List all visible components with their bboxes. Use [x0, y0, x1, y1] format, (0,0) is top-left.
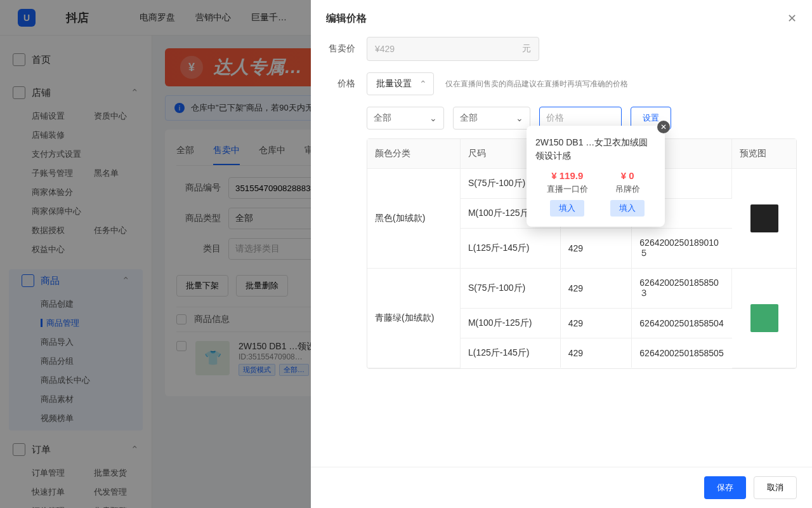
- close-icon[interactable]: ✕: [787, 11, 797, 25]
- live-price: ¥ 119.9: [547, 170, 588, 181]
- cell-sku: 6264200250185850３: [632, 269, 732, 309]
- field-label: 售卖价: [326, 43, 355, 55]
- size-filter-select[interactable]: 全部⌄: [453, 107, 530, 130]
- edit-price-modal: 编辑价格 ✕ 售卖价 ¥429 元 价格 批量设置 ⌃ 仅在直播间售卖的商品建议…: [311, 0, 812, 508]
- cell-size: S(75斤-100斤): [460, 269, 560, 309]
- cell-price[interactable]: 429: [560, 229, 632, 269]
- chevron-up-icon: ⌃: [419, 79, 427, 89]
- sell-price-input[interactable]: ¥429 元: [367, 37, 539, 61]
- chevron-down-icon: ⌄: [429, 113, 437, 123]
- fill-live-button[interactable]: 填入: [550, 200, 584, 217]
- fill-tag-button[interactable]: 填入: [610, 200, 645, 217]
- field-hint: 仅在直播间售卖的商品建议在直播时再填写准确的价格: [445, 79, 628, 90]
- cell-color: 黑色(加绒款): [367, 169, 460, 269]
- field-label: 价格: [326, 78, 355, 90]
- tag-price-label: 吊牌价: [610, 184, 645, 195]
- save-button[interactable]: 保存: [704, 476, 746, 499]
- cell-size: L(125斤-145斤): [460, 229, 560, 269]
- cell-preview: [732, 169, 796, 269]
- live-price-label: 直播一口价: [547, 184, 588, 195]
- col-preview: 预览图: [732, 139, 796, 169]
- cell-price[interactable]: 429: [560, 269, 632, 309]
- batch-set-dropdown[interactable]: 批量设置 ⌃: [367, 72, 434, 95]
- cell-size: M(100斤-125斤): [460, 309, 560, 338]
- cell-price[interactable]: 429: [560, 309, 632, 338]
- cell-preview: [732, 269, 796, 368]
- col-color: 颜色分类: [367, 139, 460, 169]
- color-filter-select[interactable]: 全部⌄: [367, 107, 444, 130]
- tag-price: ¥ 0: [610, 170, 645, 181]
- cell-price[interactable]: 429: [560, 338, 632, 368]
- cell-sku: 62642002501858504: [632, 309, 732, 338]
- popover-title: 2W150 DB1 …女卫衣加绒圆领设计感: [535, 136, 656, 163]
- input-unit: 元: [522, 43, 531, 55]
- close-icon[interactable]: ✕: [657, 121, 670, 133]
- price-suggest-popover: ✕ 2W150 DB1 …女卫衣加绒圆领设计感 ¥ 119.9 直播一口价 填入…: [527, 126, 665, 227]
- cell-color: 青藤绿(加绒款): [367, 269, 460, 368]
- cell-sku: 6264200250189010５: [632, 229, 732, 269]
- input-placeholder: ¥429: [375, 44, 395, 54]
- preview-thumb: [750, 304, 778, 332]
- cell-sku: 62642002501858505: [632, 338, 732, 368]
- table-row: 青藤绿(加绒款)S(75斤-100斤)4296264200250185850３: [367, 269, 796, 309]
- cancel-button[interactable]: 取消: [754, 476, 797, 499]
- chevron-down-icon: ⌄: [516, 113, 523, 123]
- cell-size: L(125斤-145斤): [460, 338, 560, 368]
- chip-label: 批量设置: [376, 78, 412, 90]
- preview-thumb: [750, 204, 778, 232]
- modal-title: 编辑价格: [326, 12, 367, 25]
